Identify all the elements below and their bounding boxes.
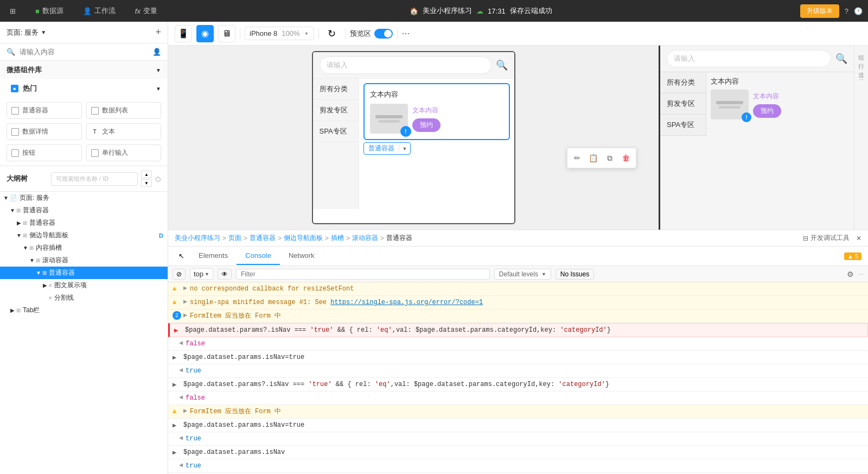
device-select[interactable]: iPhone 8 100% ▼ (245, 27, 314, 40)
second-search-input[interactable]: 请输入 (667, 50, 831, 67)
spa-error-link[interactable]: https://single-spa.js.org/error/?code=1 (330, 299, 483, 306)
tree-divider-item[interactable]: ▶ ≡ 分割线 (0, 292, 168, 304)
phone-view-button[interactable]: 📱 (175, 25, 192, 42)
component-input-label: 单行输入 (102, 148, 128, 157)
second-cat-spa[interactable]: SPA专区 (660, 115, 706, 136)
console-line-13: ▶ $page.dataset.params.isNav (168, 446, 868, 459)
console-line-11: ▶ $page.dataset.params.isNav=true (168, 419, 868, 432)
tab-network[interactable]: Network (280, 247, 323, 265)
code-and: && { rel: (334, 326, 376, 334)
tree-card-item[interactable]: ▶ ≡ 图文展示项 (0, 279, 168, 292)
datasource-section[interactable]: ■ 数据源 (31, 0, 68, 22)
popup-appoint-button[interactable]: 预约 (412, 118, 441, 132)
second-appoint-button[interactable]: 预约 (753, 104, 781, 118)
workflow-section[interactable]: 👤 工作流 (79, 0, 120, 22)
component-datadetail[interactable]: 数据详情 (7, 123, 82, 140)
duplicate-action-button[interactable]: ⧉ (602, 150, 617, 166)
second-search-icon[interactable]: 🔍 (835, 53, 847, 65)
phone-search-icon[interactable]: 🔍 (496, 59, 508, 71)
desktop-view-button[interactable]: 🖥 (218, 25, 235, 42)
component-input[interactable]: 单行输入 (86, 144, 162, 161)
breadcrumb-scroll[interactable]: 滚动容器 (352, 233, 378, 243)
edit-action-button[interactable]: ✏ (570, 150, 585, 166)
devtools-close-icon[interactable]: ✕ (856, 235, 861, 242)
grid-icon-section[interactable]: ⊞ (5, 0, 20, 22)
tree-container-l1[interactable]: ▼ ⊞ 普通容器 (0, 204, 168, 217)
page-icon: 📄 (10, 194, 17, 201)
placeholder-line-1 (375, 115, 403, 118)
second-preview-panel: 请输入 🔍 所有分类 剪发专区 SPA专区 文本内容 (659, 46, 854, 230)
no-issues-button[interactable]: No Issues (556, 269, 594, 280)
tree-container-l2[interactable]: ▶ ⊞ 普通容器 (0, 217, 168, 229)
tab-console[interactable]: Console (237, 247, 280, 265)
tree-sidenav[interactable]: ▼ ⊞ 侧边导航面板 D (0, 229, 168, 242)
console-clear-button[interactable]: ⊘ (173, 269, 186, 280)
phone-cat-hair[interactable]: 剪发专区 (313, 100, 359, 121)
tree-container-selected[interactable]: ▼ ⊞ 普通容器 (0, 267, 168, 279)
more-button[interactable]: ··· (402, 28, 410, 39)
outline-search[interactable]: 可搜索组件名称 / ID (51, 172, 138, 186)
outline-arrows: ▲ ▼ (141, 170, 152, 187)
console-eye-button[interactable]: 👁 (218, 269, 232, 280)
component-tag-dropdown[interactable]: ▼ (399, 145, 411, 153)
tree-tab-bar[interactable]: ▶ ⊞ Tab栏 (0, 304, 168, 317)
console-filter-input[interactable] (236, 269, 490, 280)
level-select-group[interactable]: top ▼ (190, 268, 213, 280)
outline-collapse-icon[interactable]: ◇ (155, 174, 161, 183)
breadcrumb-slot[interactable]: 插槽 (331, 233, 344, 243)
hot-section-header[interactable]: ■ 热门 ▼ (0, 79, 168, 98)
preview-toggle-switch[interactable] (374, 29, 393, 39)
copy-action-button[interactable]: 📋 (586, 150, 601, 166)
arrow-1[interactable]: ▶ (183, 284, 190, 292)
second-cat-hair[interactable]: 剪发专区 (660, 93, 706, 115)
component-text[interactable]: T 文本 (86, 123, 162, 140)
upgrade-button[interactable]: 升级版本 (800, 4, 839, 18)
tree-scroll[interactable]: ▼ ⊞ 滚动容器 (0, 254, 168, 267)
console-scrollbar[interactable] (858, 274, 864, 275)
search-input[interactable] (20, 48, 148, 56)
tab-elements[interactable]: Elements (190, 247, 237, 265)
warning-badge: ▲ 5 (844, 252, 861, 260)
outline-down-button[interactable]: ▼ (141, 179, 152, 187)
breadcrumb-page[interactable]: 页面 (228, 233, 241, 243)
arrow-10[interactable]: ▶ (183, 407, 190, 415)
help-icon[interactable]: ? (845, 7, 848, 15)
info-count-badge: 2 (173, 311, 181, 320)
phone-content: 所有分类 剪发专区 SPA专区 文本内容 (313, 79, 514, 209)
phone-cat-all[interactable]: 所有分类 (313, 79, 359, 100)
clock-icon[interactable]: 🕐 (854, 7, 863, 15)
preview-toggle: 预览区 (350, 29, 393, 39)
component-datalist[interactable]: 数据列表 (86, 102, 162, 119)
default-levels-select[interactable]: Default levels ▼ (494, 269, 551, 280)
devtools-cursor-button[interactable]: ↖ (175, 250, 188, 263)
right-icon-4[interactable]: ··· (859, 76, 864, 83)
console-line-14: ◀ true (168, 459, 868, 473)
page-dropdown-icon[interactable]: ▼ (41, 29, 46, 35)
component-container[interactable]: 普通容器 (7, 102, 82, 119)
second-cat-all[interactable]: 所有分类 (660, 72, 706, 93)
breadcrumb-app[interactable]: 美业小程序练习 (175, 233, 220, 243)
arrow-3[interactable]: ▶ (183, 311, 190, 319)
refresh-button[interactable]: ↻ (323, 25, 341, 42)
hot-collapse-icon[interactable]: ▼ (156, 86, 161, 92)
tree-page-service[interactable]: ▼ 📄 页面: 服务 (0, 192, 168, 204)
console-settings-button[interactable]: ⚙ (847, 270, 854, 279)
add-page-button[interactable]: + (155, 27, 161, 38)
breadcrumb-container1[interactable]: 普通容器 (250, 233, 276, 243)
breadcrumb-sidenav[interactable]: 侧边导航面板 (284, 233, 323, 243)
devtools-toggle-button[interactable]: ⊟ 开发调试工具 ✕ (803, 233, 861, 243)
console-text-1: no corresponded callback for resizeSetFo… (190, 284, 864, 294)
selected-icon: ⊞ (42, 270, 47, 276)
components-library-header[interactable]: 微搭组件库 ▼ (0, 61, 168, 79)
library-collapse-icon[interactable]: ▼ (156, 67, 161, 73)
tree-slot[interactable]: ▼ ⊞ 内容插槽 (0, 242, 168, 254)
delete-action-button[interactable]: 🗑 (618, 150, 634, 166)
variable-section[interactable]: fx 变量 (131, 0, 162, 22)
breadcrumb-current: 普通容器 (386, 233, 412, 243)
phone-search-input[interactable]: 请输入 (320, 56, 492, 74)
outline-up-button[interactable]: ▲ (141, 170, 152, 178)
arrow-2[interactable]: ▶ (183, 298, 190, 306)
phone-cat-spa[interactable]: SPA专区 (313, 121, 359, 142)
canvas-view-button[interactable]: ◉ (196, 25, 214, 42)
component-button[interactable]: 按钮 (7, 144, 82, 161)
